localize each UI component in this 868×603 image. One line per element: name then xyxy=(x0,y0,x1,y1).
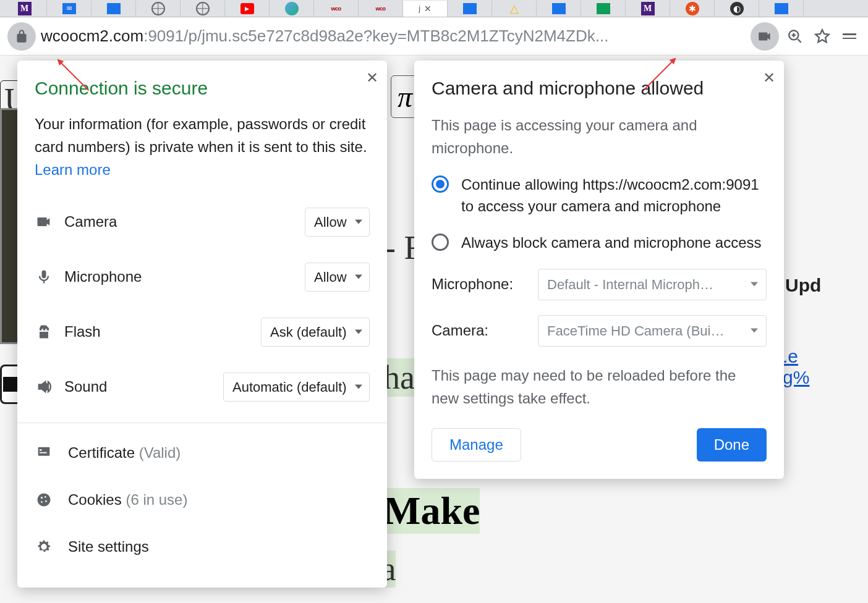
bg-text: Upd xyxy=(785,275,821,296)
certificate-row[interactable]: Certificate (Valid) xyxy=(35,429,370,476)
cam-device-row: Camera: FaceTime HD Camera (Bui… xyxy=(432,315,767,347)
tab[interactable] xyxy=(91,1,136,17)
svg-point-8 xyxy=(41,497,43,499)
perm-mic-row: Microphone Allow xyxy=(35,263,370,292)
sound-icon xyxy=(35,378,53,395)
site-info-popover: ✕ Connection is secure Your information … xyxy=(17,61,387,588)
site-settings-label: Site settings xyxy=(68,538,149,555)
radio-block[interactable]: Always block camera and microphone acces… xyxy=(432,232,767,254)
tab[interactable] xyxy=(581,1,626,17)
camera-indicator-icon[interactable] xyxy=(751,22,779,51)
svg-point-11 xyxy=(41,501,43,503)
svg-point-9 xyxy=(45,496,46,498)
flash-icon xyxy=(35,323,53,340)
close-icon[interactable]: ✕ xyxy=(424,4,432,14)
secure-desc: Your information (for example, passwords… xyxy=(35,112,370,182)
radio-label: Continue allowing https://wcoocm2.com:90… xyxy=(461,174,767,217)
reload-note: This page may need to be reloaded before… xyxy=(432,364,767,410)
tab[interactable]: ✱ xyxy=(670,1,715,17)
manage-button[interactable]: Manage xyxy=(432,428,521,462)
mic-select[interactable]: Default - Internal Microph… xyxy=(538,269,767,300)
tab[interactable]: M xyxy=(626,1,670,17)
perm-label: Microphone xyxy=(64,268,294,285)
lock-icon[interactable] xyxy=(7,22,36,51)
svg-point-10 xyxy=(45,500,47,502)
tab[interactable] xyxy=(537,1,581,17)
tab[interactable] xyxy=(181,1,225,17)
tab[interactable]: M xyxy=(2,1,47,17)
tab[interactable]: wco xyxy=(314,1,359,17)
perm-sound-select[interactable]: Automatic (default) xyxy=(223,373,370,402)
perm-flash-select[interactable]: Ask (default) xyxy=(261,318,370,347)
tab[interactable]: ▶ xyxy=(225,1,270,17)
secure-title: Connection is secure xyxy=(35,78,370,99)
svg-line-1 xyxy=(798,39,801,42)
cert-icon xyxy=(35,444,53,462)
perm-flash-row: Flash Ask (default) xyxy=(35,318,370,347)
svg-rect-6 xyxy=(40,452,47,453)
cam-select[interactable]: FaceTime HD Camera (Bui… xyxy=(538,315,767,347)
mic-device-row: Microphone: Default - Internal Microph… xyxy=(432,269,767,300)
learn-more-link[interactable]: Learn more xyxy=(35,161,111,178)
svg-rect-5 xyxy=(40,449,42,450)
tab[interactable] xyxy=(448,1,492,17)
cookies-label: Cookies xyxy=(68,491,122,508)
svg-point-7 xyxy=(38,493,51,506)
radio-allow[interactable]: Continue allowing https://wcoocm2.com:90… xyxy=(432,174,767,217)
gear-icon xyxy=(35,538,53,555)
mic-label: Microphone: xyxy=(432,276,524,293)
perm-sound-row: Sound Automatic (default) xyxy=(35,373,370,402)
url-bar: wcoocm2.com:9091/p/jmu.sc5e727c8d98a2e?k… xyxy=(0,17,868,56)
perm-mic-select[interactable]: Allow xyxy=(305,263,370,292)
tab[interactable]: △ xyxy=(492,1,537,17)
svg-rect-4 xyxy=(38,447,50,455)
perm-camera-select[interactable]: Allow xyxy=(305,208,370,237)
star-icon[interactable] xyxy=(811,25,833,48)
tab[interactable]: ◐ xyxy=(715,1,759,17)
url-text[interactable]: wcoocm2.com:9091/p/jmu.sc5e727c8d98a2e?k… xyxy=(41,27,746,46)
cert-sub: (Valid) xyxy=(139,444,181,461)
bg-link: .eg% xyxy=(783,346,809,388)
radio-icon xyxy=(432,234,449,251)
tab[interactable] xyxy=(136,1,181,17)
cookies-sub: (6 in use) xyxy=(126,491,187,508)
cam-desc: This page is accessing your camera and m… xyxy=(432,114,767,159)
menu-icon[interactable] xyxy=(838,25,861,48)
bg-text: Make xyxy=(383,488,480,534)
tab[interactable] xyxy=(759,1,804,17)
cam-label: Camera: xyxy=(432,322,524,339)
zoom-icon[interactable] xyxy=(784,25,806,48)
site-settings-row[interactable]: Site settings xyxy=(35,523,370,570)
cookie-icon xyxy=(35,491,53,508)
mic-icon xyxy=(35,268,53,285)
close-icon[interactable]: ✕ xyxy=(366,69,378,86)
done-button[interactable]: Done xyxy=(697,428,767,462)
perm-label: Flash xyxy=(64,323,250,340)
cert-label: Certificate xyxy=(68,444,135,461)
camera-icon xyxy=(35,213,53,230)
tab-active[interactable]: j✕ xyxy=(403,1,448,17)
close-icon[interactable]: ✕ xyxy=(763,69,775,86)
perm-camera-row: Camera Allow xyxy=(35,208,370,237)
divider xyxy=(17,423,387,423)
bg-text: ha xyxy=(383,358,415,397)
tab[interactable]: wco xyxy=(359,1,403,17)
camera-mic-popover: ✕ Camera and microphone allowed This pag… xyxy=(414,61,784,479)
cam-title: Camera and microphone allowed xyxy=(432,78,767,99)
perm-label: Sound xyxy=(64,378,212,395)
perm-label: Camera xyxy=(64,213,294,230)
tab[interactable] xyxy=(270,1,314,17)
tab-strip: M ✉ ▶ wco wco j✕ △ M ✱ ◐ xyxy=(0,0,868,17)
cookies-row[interactable]: Cookies (6 in use) xyxy=(35,476,370,523)
radio-label: Always block camera and microphone acces… xyxy=(461,232,762,254)
tab[interactable]: ✉ xyxy=(47,1,91,17)
radio-icon xyxy=(432,175,449,193)
